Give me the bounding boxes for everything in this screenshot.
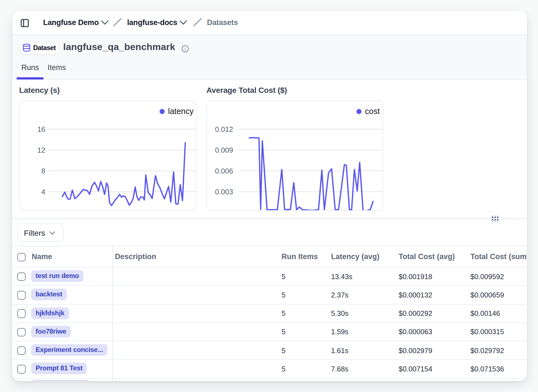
svg-text:16: 16 bbox=[37, 125, 45, 133]
svg-text:latency: latency bbox=[168, 107, 193, 116]
svg-text:0.003: 0.003 bbox=[215, 187, 233, 196]
svg-text:4: 4 bbox=[41, 187, 45, 196]
svg-text:cost: cost bbox=[365, 107, 379, 116]
svg-text:8: 8 bbox=[41, 167, 45, 175]
svg-text:0.006: 0.006 bbox=[215, 167, 233, 175]
svg-text:12: 12 bbox=[37, 146, 45, 154]
svg-text:0.009: 0.009 bbox=[215, 146, 233, 154]
svg-text:0.012: 0.012 bbox=[215, 125, 233, 133]
